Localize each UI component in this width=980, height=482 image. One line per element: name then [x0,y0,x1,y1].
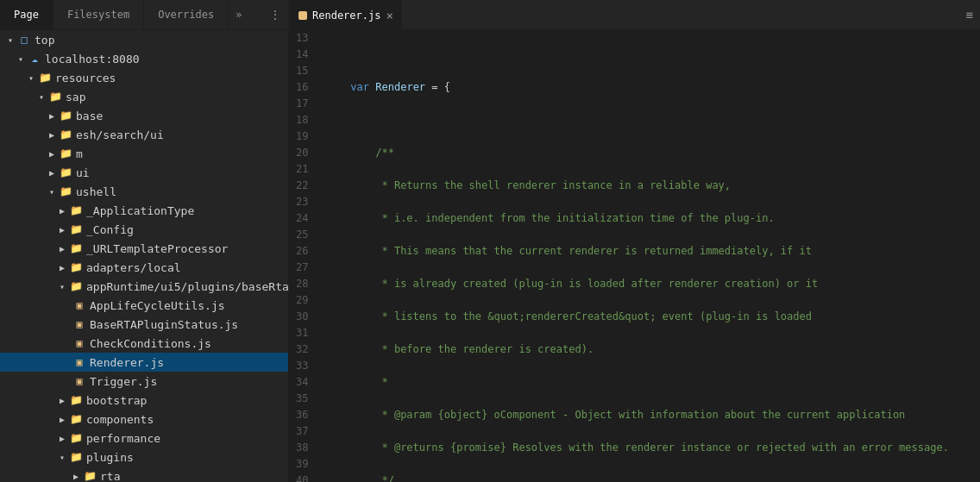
tree-arrow-base: ▶ [45,109,59,122]
tree-arrow-bootstrap: ▶ [55,393,69,407]
tree-item-renderer[interactable]: ▣ Renderer.js [0,353,288,372]
tree-icon-checkconditions: ▣ [72,336,86,350]
tree-icon-apptype: 📁 [69,203,83,217]
tree-label-applifecycle: AppLifeCycleUtils.js [90,299,225,312]
tree-icon-resources: 📁 [38,71,52,85]
tree-label-ui: ui [76,166,90,179]
editor-tab-bar: Renderer.js × ≡ [289,0,980,29]
code-line-16: /** [325,145,980,161]
tree-item-ui[interactable]: ▶ 📁 ui [0,163,288,182]
tree-arrow-adapters: ▶ [55,260,69,274]
tree-label-sap: sap [66,91,85,103]
tree-label-rta: rta [100,470,120,483]
editor-scroll-area[interactable]: 13 14 15 16 17 18 19 20 21 22 23 24 25 2… [289,30,980,482]
more-tabs-icon: » [236,9,242,21]
editor-more-actions[interactable]: ≡ [966,8,973,22]
close-tab-button[interactable]: × [386,9,393,22]
tree-item-components[interactable]: ▶ 📁 components [0,410,288,429]
code-line-18: * i.e. independent from the initializati… [325,210,980,227]
tree-icon-appruntime: 📁 [69,279,83,293]
tree-label-appruntime: appRuntime/ui5/plugins/baseRta [86,280,289,293]
tree-label-bootstrap: bootstrap [86,394,147,407]
tree-item-resources[interactable]: ▾ 📁 resources [0,68,288,87]
file-tree-sidebar[interactable]: ▾ □ top ▾ ☁ localhost:8080 ▾ 📁 resources… [0,30,289,482]
code-line-20: * is already created (plug-in is loaded … [325,276,980,292]
sidebar-kebab-menu[interactable]: ⋮ [269,8,281,22]
tree-arrow-localhost: ▾ [14,52,28,66]
tree-icon-esh: 📁 [59,128,72,141]
tree-label-base: base [76,110,103,122]
tree-icon-urltemplate: 📁 [69,241,83,255]
code-line-17: * Returns the shell renderer instance in… [325,178,980,194]
tree-item-bootstrap[interactable]: ▶ 📁 bootstrap [0,391,288,410]
code-line-26: */ [325,473,980,482]
tab-overrides-label: Overrides [158,9,214,21]
tree-label-config: _Config [86,223,134,236]
tree-label-urltemplate: _URLTemplateProcessor [86,242,228,255]
tree-item-apptype[interactable]: ▶ 📁 _ApplicationType [0,201,288,220]
code-editor: 13 14 15 16 17 18 19 20 21 22 23 24 25 2… [289,30,980,482]
code-line-13 [325,47,980,63]
editor-tab-renderer-js[interactable]: Renderer.js × [289,0,403,30]
tree-arrow-urltemplate: ▶ [55,241,69,255]
tree-icon-adapters: 📁 [69,260,83,274]
tree-item-appruntime[interactable]: ▾ 📁 appRuntime/ui5/plugins/baseRta [0,277,288,296]
tree-item-localhost[interactable]: ▾ ☁ localhost:8080 [0,49,288,68]
tree-arrow-components: ▶ [55,412,69,426]
tab-filesystem[interactable]: Filesystem [53,0,144,29]
tab-page[interactable]: Page [0,0,53,29]
tree-item-top[interactable]: ▾ □ top [0,30,288,49]
tree-item-basertp[interactable]: ▣ BaseRTAPluginStatus.js [0,315,288,334]
tab-overrides[interactable]: Overrides [144,0,229,29]
code-line-14: var Renderer = { [325,79,980,96]
code-line-15 [325,112,980,128]
tree-item-trigger[interactable]: ▣ Trigger.js [0,372,288,391]
tree-label-checkconditions: CheckConditions.js [90,337,211,350]
tree-item-esh[interactable]: ▶ 📁 esh/search/ui [0,125,288,144]
tree-label-performance: performance [86,432,160,445]
main-content: ▾ □ top ▾ ☁ localhost:8080 ▾ 📁 resources… [0,30,980,482]
tree-arrow-rta: ▶ [69,469,83,482]
tree-item-plugins[interactable]: ▾ 📁 plugins [0,448,288,466]
code-line-21: * listens to the &quot;rendererCreated&q… [325,309,980,325]
tree-icon-components: 📁 [69,412,83,426]
tree-icon-renderer: ▣ [72,355,86,369]
tree-icon-rta: 📁 [83,469,97,482]
tree-item-performance[interactable]: ▶ 📁 performance [0,429,288,448]
file-type-icon [298,11,307,20]
tree-item-urltemplate[interactable]: ▶ 📁 _URLTemplateProcessor [0,239,288,258]
tree-icon-performance: 📁 [69,431,83,445]
tree-icon-basertp: ▣ [72,317,86,331]
tree-label-resources: resources [55,72,116,85]
tree-icon-m: 📁 [59,147,72,160]
tree-arrow-config: ▶ [55,222,69,236]
tree-item-rta[interactable]: ▶ 📁 rta [0,466,288,482]
code-line-22: * before the renderer is created). [325,341,980,358]
tree-icon-plugins: 📁 [69,450,83,464]
tree-item-sap[interactable]: ▾ 📁 sap [0,87,288,106]
tree-icon-localhost: ☁ [28,52,41,66]
editor-actions: ≡ [959,0,980,29]
tree-icon-config: 📁 [69,222,83,236]
tree-arrow-performance: ▶ [55,431,69,445]
tree-item-config[interactable]: ▶ 📁 _Config [0,220,288,239]
tree-item-applifecycle[interactable]: ▣ AppLifeCycleUtils.js [0,296,288,315]
tree-item-base[interactable]: ▶ 📁 base [0,106,288,125]
tree-item-ushell[interactable]: ▾ 📁 ushell [0,182,288,201]
tree-label-ushell: ushell [76,185,116,198]
tree-arrow-m: ▶ [45,147,59,160]
tree-arrow-ui: ▶ [45,166,59,179]
tree-arrow-esh: ▶ [45,128,59,141]
tree-label-top: top [35,34,54,47]
tree-label-adapters: adapters/local [86,261,181,274]
editor-tab-label: Renderer.js [312,9,380,22]
code-content[interactable]: var Renderer = { /** * Returns the shell… [318,30,980,482]
panel-tabs: Page Filesystem Overrides » [0,0,248,29]
tree-item-adapters[interactable]: ▶ 📁 adapters/local [0,258,288,277]
tree-item-m[interactable]: ▶ 📁 m [0,144,288,163]
tree-label-trigger: Trigger.js [90,375,157,388]
tree-item-checkconditions[interactable]: ▣ CheckConditions.js [0,334,288,353]
more-tabs-button[interactable]: » [229,0,248,29]
tab-bar: Page Filesystem Overrides » ⋮ Renderer.j… [0,0,980,30]
tree-icon-sap: 📁 [48,90,62,103]
